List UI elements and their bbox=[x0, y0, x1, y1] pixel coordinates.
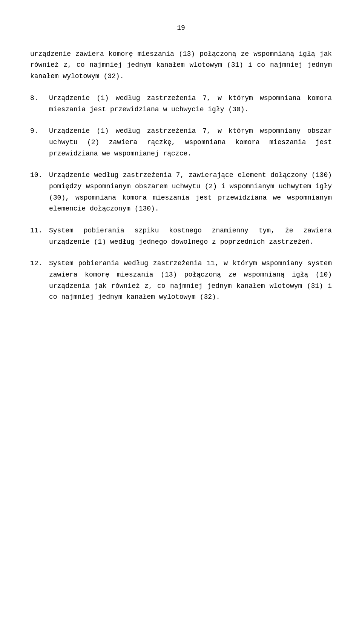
item-10: 10. Urządzenie według zastrzeżenia 7, za… bbox=[30, 170, 332, 215]
intro-paragraph: urządzenie zawiera komorę mieszania (13)… bbox=[30, 49, 332, 82]
item-9-text: Urządzenie (1) według zastrzeżenia 7, w … bbox=[49, 126, 332, 159]
page: 19 urządzenie zawiera komorę mieszania (… bbox=[0, 0, 362, 644]
content: urządzenie zawiera komorę mieszania (13)… bbox=[30, 49, 332, 303]
item-11-text: System pobierania szpiku kostnego znamie… bbox=[49, 225, 332, 247]
item-8: 8. Urządzenie (1) według zastrzeżenia 7,… bbox=[30, 93, 332, 115]
page-number: 19 bbox=[30, 23, 332, 34]
intro-text: urządzenie zawiera komorę mieszania (13)… bbox=[30, 50, 332, 80]
item-10-text: Urządzenie według zastrzeżenia 7, zawier… bbox=[49, 170, 332, 215]
item-11: 11. System pobierania szpiku kostnego zn… bbox=[30, 225, 332, 247]
item-12-text: System pobierania według zastrzeżenia 11… bbox=[49, 258, 332, 303]
item-8-text: Urządzenie (1) według zastrzeżenia 7, w … bbox=[49, 93, 332, 115]
item-11-number: 11. bbox=[30, 225, 49, 247]
item-10-number: 10. bbox=[30, 170, 49, 215]
item-9-number: 9. bbox=[30, 126, 49, 159]
item-8-number: 8. bbox=[30, 93, 49, 115]
item-12-number: 12. bbox=[30, 258, 49, 303]
item-12: 12. System pobierania według zastrzeżeni… bbox=[30, 258, 332, 303]
item-9: 9. Urządzenie (1) według zastrzeżenia 7,… bbox=[30, 126, 332, 159]
